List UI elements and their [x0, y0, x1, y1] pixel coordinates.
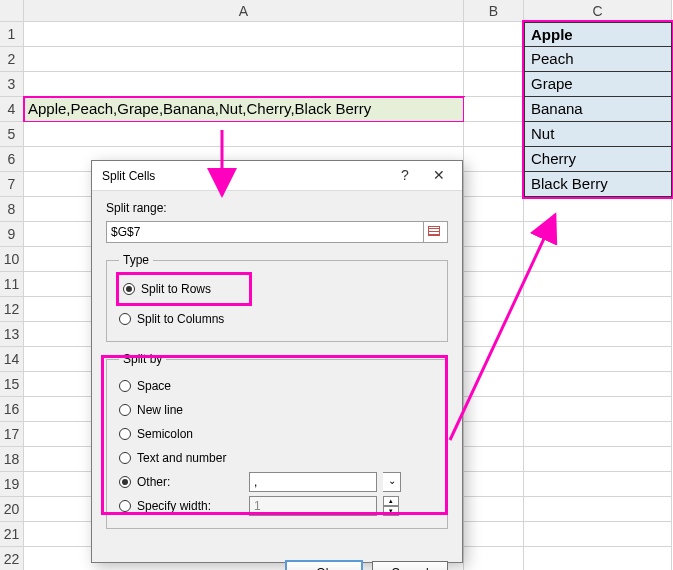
- cell[interactable]: [524, 447, 672, 472]
- width-spin-up[interactable]: ▴: [383, 496, 399, 506]
- col-header-b[interactable]: B: [464, 0, 524, 22]
- cell[interactable]: [24, 22, 464, 47]
- cell[interactable]: [524, 472, 672, 497]
- help-button[interactable]: ?: [388, 165, 422, 187]
- radio-specify-width[interactable]: Specify width: ▴ ▾: [119, 494, 435, 518]
- result-cell[interactable]: Nut: [524, 122, 672, 147]
- cell[interactable]: [464, 72, 524, 97]
- width-spin-down[interactable]: ▾: [383, 506, 399, 516]
- cell[interactable]: [464, 522, 524, 547]
- cell[interactable]: [464, 397, 524, 422]
- cell[interactable]: [464, 347, 524, 372]
- cell[interactable]: [24, 47, 464, 72]
- split-range-input[interactable]: [106, 221, 424, 243]
- radio-icon: [119, 428, 131, 440]
- row-header[interactable]: 16: [0, 397, 24, 422]
- cancel-button[interactable]: Cancel: [372, 561, 448, 570]
- cell[interactable]: [464, 47, 524, 72]
- row-header[interactable]: 5: [0, 122, 24, 147]
- cell[interactable]: [464, 222, 524, 247]
- cell[interactable]: [464, 322, 524, 347]
- radio-icon: [119, 380, 131, 392]
- other-delimiter-dropdown[interactable]: ⌄: [383, 472, 401, 492]
- cell[interactable]: [464, 122, 524, 147]
- row-header[interactable]: 13: [0, 322, 24, 347]
- cell[interactable]: [524, 222, 672, 247]
- result-cell[interactable]: Peach: [524, 47, 672, 72]
- radio-icon: [119, 452, 131, 464]
- close-button[interactable]: ✕: [422, 165, 456, 187]
- row-header[interactable]: 2: [0, 47, 24, 72]
- radio-newline[interactable]: New line: [119, 398, 435, 422]
- cell[interactable]: [24, 72, 464, 97]
- cell[interactable]: [524, 522, 672, 547]
- row-header[interactable]: 22: [0, 547, 24, 570]
- range-picker-button[interactable]: [424, 221, 448, 243]
- cell[interactable]: [524, 272, 672, 297]
- row-header[interactable]: 4: [0, 97, 24, 122]
- cell[interactable]: [524, 197, 672, 222]
- cell-a4-selected[interactable]: Apple,Peach,Grape,Banana,Nut,Cherry,Blac…: [24, 97, 464, 122]
- row-header[interactable]: 10: [0, 247, 24, 272]
- row-header[interactable]: 6: [0, 147, 24, 172]
- cell[interactable]: [464, 172, 524, 197]
- cell[interactable]: [464, 422, 524, 447]
- result-cell[interactable]: Grape: [524, 72, 672, 97]
- row-header[interactable]: 14: [0, 347, 24, 372]
- radio-text-number[interactable]: Text and number: [119, 446, 435, 470]
- row-header[interactable]: 15: [0, 372, 24, 397]
- dialog-titlebar[interactable]: Split Cells ? ✕: [92, 161, 462, 191]
- cell[interactable]: [524, 247, 672, 272]
- radio-space[interactable]: Space: [119, 374, 435, 398]
- row-header[interactable]: 12: [0, 297, 24, 322]
- row-header[interactable]: 9: [0, 222, 24, 247]
- cell[interactable]: [464, 472, 524, 497]
- row-header[interactable]: 11: [0, 272, 24, 297]
- cell[interactable]: [464, 547, 524, 570]
- cell[interactable]: [524, 347, 672, 372]
- row-header[interactable]: 20: [0, 497, 24, 522]
- row-header[interactable]: 17: [0, 422, 24, 447]
- cell[interactable]: [464, 247, 524, 272]
- result-cell[interactable]: Cherry: [524, 147, 672, 172]
- cell[interactable]: [524, 322, 672, 347]
- col-header-a[interactable]: A: [24, 0, 464, 22]
- row-header[interactable]: 8: [0, 197, 24, 222]
- result-cell[interactable]: Black Berry: [524, 172, 672, 197]
- other-delimiter-input[interactable]: [249, 472, 377, 492]
- cell[interactable]: [464, 497, 524, 522]
- radio-label: Space: [137, 379, 171, 393]
- select-all-corner[interactable]: [0, 0, 24, 22]
- radio-other[interactable]: Other: ⌄: [119, 470, 435, 494]
- cell[interactable]: [464, 22, 524, 47]
- row-header[interactable]: 21: [0, 522, 24, 547]
- radio-split-to-rows[interactable]: Split to Rows: [123, 277, 245, 301]
- cell[interactable]: [524, 372, 672, 397]
- split-cells-dialog: Split Cells ? ✕ Split range: Type Split …: [91, 160, 463, 563]
- cell[interactable]: [464, 447, 524, 472]
- ok-button[interactable]: Ok: [286, 561, 362, 570]
- col-header-c[interactable]: C: [524, 0, 672, 22]
- row-header[interactable]: 7: [0, 172, 24, 197]
- row-header[interactable]: 19: [0, 472, 24, 497]
- cell[interactable]: [24, 122, 464, 147]
- cell[interactable]: [524, 547, 672, 570]
- result-cell[interactable]: Banana: [524, 97, 672, 122]
- row-header[interactable]: 1: [0, 22, 24, 47]
- cell[interactable]: [464, 147, 524, 172]
- cell[interactable]: [524, 497, 672, 522]
- cell[interactable]: [464, 297, 524, 322]
- radio-split-to-columns[interactable]: Split to Columns: [119, 307, 435, 331]
- cell[interactable]: [464, 272, 524, 297]
- cell[interactable]: [524, 297, 672, 322]
- cell[interactable]: [464, 372, 524, 397]
- row-header[interactable]: 3: [0, 72, 24, 97]
- result-cell[interactable]: Apple: [524, 22, 672, 47]
- cell[interactable]: [524, 397, 672, 422]
- cell[interactable]: [524, 422, 672, 447]
- row-header[interactable]: 18: [0, 447, 24, 472]
- cell[interactable]: [464, 197, 524, 222]
- cell[interactable]: [464, 97, 524, 122]
- radio-semicolon[interactable]: Semicolon: [119, 422, 435, 446]
- column-headers: A B C: [0, 0, 672, 22]
